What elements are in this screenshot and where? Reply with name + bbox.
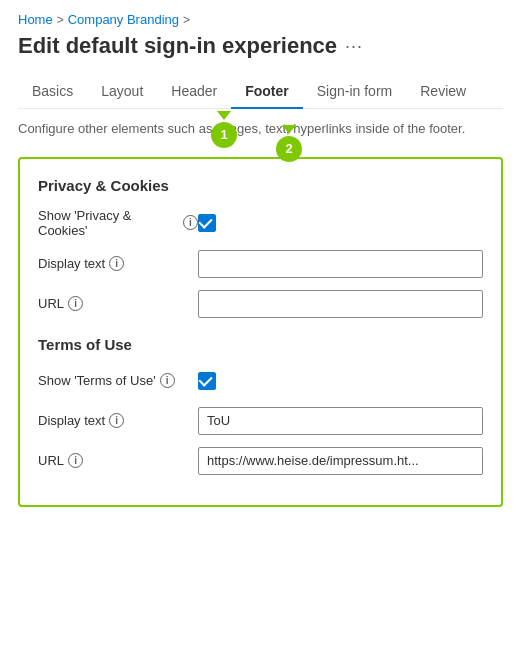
tab-review[interactable]: Review	[406, 75, 480, 109]
privacy-url-info-icon[interactable]: i	[68, 296, 83, 311]
breadcrumb-company[interactable]: Company Branding	[68, 12, 179, 27]
privacy-show-control	[198, 214, 483, 232]
tab-header[interactable]: Header	[157, 75, 231, 109]
tab-layout[interactable]: Layout	[87, 75, 157, 109]
tou-display-text-row: Display text i	[38, 407, 483, 435]
tou-display-text-control[interactable]	[198, 407, 483, 435]
breadcrumb-sep1: >	[57, 13, 64, 27]
tou-show-row: Show 'Terms of Use' i	[38, 367, 483, 395]
annotation-badge-1: 1	[211, 122, 237, 148]
privacy-display-text-info-icon[interactable]: i	[109, 256, 124, 271]
breadcrumb-sep2: >	[183, 13, 190, 27]
breadcrumb: Home > Company Branding >	[18, 12, 503, 27]
privacy-display-text-row: Display text i	[38, 250, 483, 278]
more-options-icon[interactable]: ···	[345, 36, 363, 57]
description-wrapper: Configure other elements such as images,…	[18, 119, 503, 139]
privacy-url-input[interactable]	[198, 290, 483, 318]
main-card: Privacy & Cookies Show 'Privacy & Cookie…	[18, 157, 503, 507]
tou-show-info-icon[interactable]: i	[160, 373, 175, 388]
privacy-url-control[interactable]	[198, 290, 483, 318]
tou-show-control	[198, 372, 483, 390]
breadcrumb-home[interactable]: Home	[18, 12, 53, 27]
tou-url-info-icon[interactable]: i	[68, 453, 83, 468]
annotation-badge-2: 2	[276, 136, 302, 162]
tab-basics[interactable]: Basics	[18, 75, 87, 109]
tab-bar: Basics Layout Header Footer Sign-in form…	[18, 75, 503, 109]
tou-show-label: Show 'Terms of Use' i	[38, 373, 198, 388]
tab-description: Configure other elements such as images,…	[18, 119, 503, 139]
privacy-show-row: Show 'Privacy & Cookies' i	[38, 208, 483, 238]
page-title-row: Edit default sign-in experience ···	[18, 33, 503, 59]
privacy-display-text-input[interactable]	[198, 250, 483, 278]
privacy-show-label: Show 'Privacy & Cookies' i	[38, 208, 198, 238]
page-title: Edit default sign-in experience	[18, 33, 337, 59]
privacy-url-label: URL i	[38, 296, 198, 311]
tou-url-row: URL i	[38, 447, 483, 475]
tou-url-label: URL i	[38, 453, 198, 468]
privacy-section-title: Privacy & Cookies	[38, 177, 483, 194]
tou-section-title: Terms of Use	[38, 336, 483, 353]
privacy-show-checkbox[interactable]	[198, 214, 216, 232]
tou-display-text-input[interactable]	[198, 407, 483, 435]
privacy-show-info-icon[interactable]: i	[183, 215, 198, 230]
privacy-display-text-control[interactable]	[198, 250, 483, 278]
privacy-url-row: URL i	[38, 290, 483, 318]
tou-display-text-info-icon[interactable]: i	[109, 413, 124, 428]
tou-display-text-label: Display text i	[38, 413, 198, 428]
tab-footer[interactable]: Footer	[231, 75, 303, 109]
tou-url-input[interactable]	[198, 447, 483, 475]
privacy-display-text-label: Display text i	[38, 256, 198, 271]
tab-signin-form[interactable]: Sign-in form	[303, 75, 406, 109]
tou-url-control[interactable]	[198, 447, 483, 475]
tou-show-checkbox[interactable]	[198, 372, 216, 390]
